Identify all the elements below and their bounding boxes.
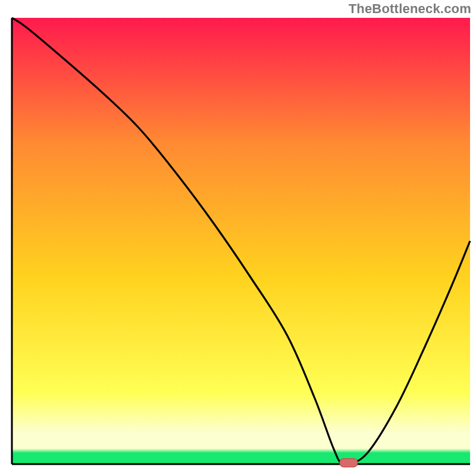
bottleneck-chart [0, 0, 476, 476]
watermark-text: TheBottleneck.com [349, 1, 471, 17]
optimum-marker [340, 459, 358, 467]
chart-container: TheBottleneck.com [0, 0, 476, 476]
